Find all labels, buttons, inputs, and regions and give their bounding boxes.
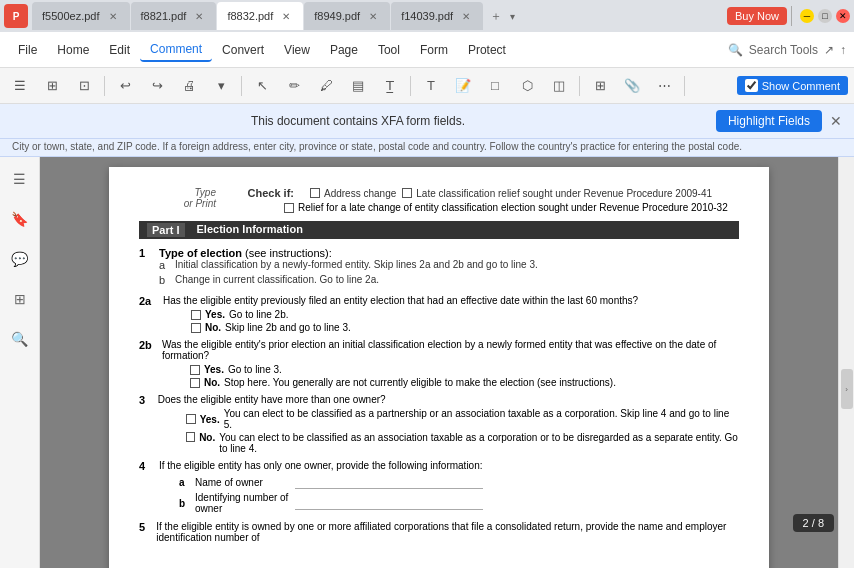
tab-f8832[interactable]: f8832.pdf ✕ [217, 2, 303, 30]
cursor-tool[interactable]: ↖ [248, 73, 276, 99]
checkbox-late-label: Late classification relief sought under … [416, 188, 712, 199]
menu-form[interactable]: Form [410, 39, 458, 61]
field-5-label: If the eligible entity is owned by one o… [156, 521, 739, 543]
show-comment-checkbox[interactable] [745, 79, 758, 92]
tab-f5500ez[interactable]: f5500ez.pdf ✕ [32, 2, 130, 30]
cb-2a-no[interactable] [191, 323, 201, 333]
menu-tool[interactable]: Tool [368, 39, 410, 61]
sub-text-b: Change in current classification. Go to … [175, 274, 538, 285]
toolbar: ☰ ⊞ ⊡ ↩ ↪ 🖨 ▾ ↖ ✏ 🖊 ▤ T̲ T 📝 □ ⬡ ◫ ⊞ 📎 ⋯… [0, 68, 854, 104]
field-1-num: 1 [139, 247, 159, 289]
answer-2a-no: No. Skip line 2b and go to line 3. [191, 322, 638, 333]
cb-3-yes[interactable] [186, 414, 196, 424]
xfa-close-button[interactable]: ✕ [830, 113, 842, 129]
tab-f14039[interactable]: f14039.pdf ✕ [391, 2, 483, 30]
callout-tool[interactable]: ⬡ [513, 73, 541, 99]
sync-icon: ↑ [840, 43, 846, 57]
tab-f8821[interactable]: f8821.pdf ✕ [131, 2, 217, 30]
annotation-tool[interactable]: ✏ [280, 73, 308, 99]
measure-tool[interactable]: ⊞ [586, 73, 614, 99]
show-comment-toggle[interactable]: Show Comment [737, 76, 848, 95]
menu-page[interactable]: Page [320, 39, 368, 61]
xfa-message: This document contains XFA form fields. [12, 114, 704, 128]
field-4: 4 If the eligible entity has only one ow… [139, 460, 739, 517]
section-header: Part I Election Information [139, 221, 739, 239]
tab-close-f8821[interactable]: ✕ [192, 9, 206, 23]
sidebar-comment-icon[interactable]: 💬 [6, 245, 34, 273]
cb-2b-yes[interactable] [190, 365, 200, 375]
dropdown-button[interactable]: ▾ [207, 73, 235, 99]
field-2a-label: Has the eligible entity previously filed… [163, 295, 638, 306]
answer-3-no-text: You can elect to be classified as an ass… [219, 432, 739, 454]
tab-close-f8949[interactable]: ✕ [366, 9, 380, 23]
sidebar-page-icon[interactable]: ⊞ [6, 285, 34, 313]
checkbox-relief[interactable] [284, 203, 294, 213]
tab-dropdown-button[interactable]: ▾ [510, 11, 515, 22]
checkbox-late[interactable] [402, 188, 412, 198]
maximize-button[interactable]: □ [818, 9, 832, 23]
pdf-page: Type or Print Check if: Address change L… [109, 167, 769, 568]
sidebar-nav-icon[interactable]: ☰ [6, 165, 34, 193]
tab-label: f8949.pdf [314, 10, 360, 22]
highlight-fields-button[interactable]: Highlight Fields [716, 110, 822, 132]
redo-button[interactable]: ↪ [143, 73, 171, 99]
menu-file[interactable]: File [8, 39, 47, 61]
app-icon: P [4, 4, 28, 28]
select-tool-button[interactable]: ⊞ [38, 73, 66, 99]
add-tab-button[interactable]: ＋ [484, 4, 508, 28]
highlight-tool[interactable]: ▤ [344, 73, 372, 99]
name-row-a: a Name of owner [179, 475, 483, 489]
left-sidebar: ☰ 🔖 💬 ⊞ 🔍 [0, 157, 40, 568]
tab-close-f5500ez[interactable]: ✕ [106, 9, 120, 23]
hand-tool-button[interactable]: ☰ [6, 73, 34, 99]
undo-button[interactable]: ↩ [111, 73, 139, 99]
more-tool[interactable]: ⋯ [650, 73, 678, 99]
pen-tool[interactable]: 🖊 [312, 73, 340, 99]
page-badge: 2 / 8 [793, 514, 834, 532]
menu-comment[interactable]: Comment [140, 38, 212, 62]
menu-convert[interactable]: Convert [212, 39, 274, 61]
text-tool[interactable]: T [417, 73, 445, 99]
note-tool[interactable]: 📝 [449, 73, 477, 99]
tab-label: f8832.pdf [227, 10, 273, 22]
minimize-button[interactable]: ─ [800, 9, 814, 23]
separator [791, 6, 792, 26]
cb-2a-yes[interactable] [191, 310, 201, 320]
name-of-owner-label: Name of owner [195, 477, 295, 488]
right-panel-toggle[interactable]: › [841, 369, 853, 409]
checkbox-address[interactable] [310, 188, 320, 198]
name-of-owner-field[interactable] [295, 475, 483, 489]
field-5: 5 If the eligible entity is owned by one… [139, 521, 739, 543]
name-row-b-letter: b [179, 498, 195, 509]
tab-f8949[interactable]: f8949.pdf ✕ [304, 2, 390, 30]
sidebar-bookmark-icon[interactable]: 🔖 [6, 205, 34, 233]
menu-edit[interactable]: Edit [99, 39, 140, 61]
shape-tool[interactable]: □ [481, 73, 509, 99]
cb-2b-no[interactable] [190, 378, 200, 388]
field-2b-label: Was the eligible entity's prior election… [162, 339, 739, 361]
close-button[interactable]: ✕ [836, 9, 850, 23]
cb-3-no[interactable] [186, 432, 195, 442]
buy-now-button[interactable]: Buy Now [727, 7, 787, 25]
sub-letter-a: a [159, 259, 175, 271]
pdf-viewer[interactable]: Type or Print Check if: Address change L… [40, 157, 838, 568]
answer-2a-no-label: No. [205, 322, 221, 333]
field-3: 3 Does the eligible entity have more tha… [139, 394, 739, 456]
underline-tool[interactable]: T̲ [376, 73, 404, 99]
menu-home[interactable]: Home [47, 39, 99, 61]
stamp-tool[interactable]: ◫ [545, 73, 573, 99]
print-button[interactable]: 🖨 [175, 73, 203, 99]
menu-view[interactable]: View [274, 39, 320, 61]
marquee-tool-button[interactable]: ⊡ [70, 73, 98, 99]
tab-close-f14039[interactable]: ✕ [459, 9, 473, 23]
attach-tool[interactable]: 📎 [618, 73, 646, 99]
main-layout: ☰ 🔖 💬 ⊞ 🔍 Type or Print Check if: Addre [0, 157, 854, 568]
section-title: Election Information [197, 223, 303, 237]
identifying-number-field[interactable] [295, 496, 483, 510]
menu-protect[interactable]: Protect [458, 39, 516, 61]
sidebar-search-icon[interactable]: 🔍 [6, 325, 34, 353]
part-label: Part I [147, 223, 185, 237]
field-3-label: Does the eligible entity have more than … [158, 394, 739, 405]
tab-close-f8832[interactable]: ✕ [279, 9, 293, 23]
sub-letter-b: b [159, 274, 175, 286]
